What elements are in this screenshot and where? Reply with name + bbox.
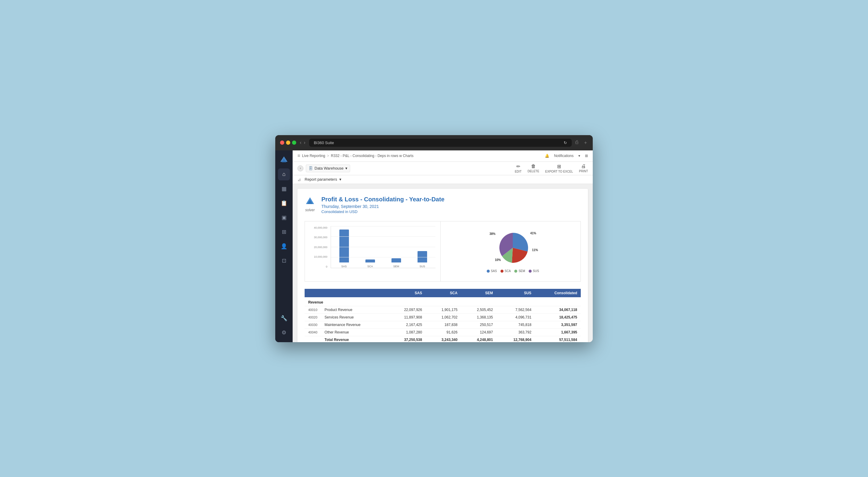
row-label: Other Revenue xyxy=(321,328,387,336)
edit-icon: ✏ xyxy=(516,163,520,169)
browser-chrome: ‹ › BI360 Suite ↻ ⎙ ＋ xyxy=(275,135,593,150)
total-sas: 37,250,538 xyxy=(387,336,426,342)
total-code xyxy=(305,336,321,342)
sidebar-item-users[interactable]: 👤 xyxy=(278,240,290,252)
bar-sca xyxy=(365,260,375,263)
pie-label-sem: 10% xyxy=(495,258,501,262)
sidebar-item-home[interactable]: ⌂ xyxy=(278,169,290,180)
nav-arrows[interactable]: ‹ › xyxy=(300,140,306,145)
parameters-expand-btn[interactable]: › xyxy=(298,166,303,171)
data-source-label: Data Warehouse xyxy=(314,166,344,171)
report-card: solver Profit & Loss - Consolidating - Y… xyxy=(298,189,588,342)
col-header-consolidated: Consolidated xyxy=(535,289,581,297)
report-params-button[interactable]: Report parameters ▾ xyxy=(305,177,341,182)
bar-label-sas: SAS xyxy=(341,265,347,268)
sidebar-item-data[interactable]: ▣ xyxy=(278,212,290,223)
export-label: EXPORT TO EXCEL xyxy=(545,170,573,173)
col-header-sem: SEM xyxy=(461,289,496,297)
external-icon[interactable]: ⊞ xyxy=(585,154,588,158)
print-button[interactable]: 🖨 PRINT xyxy=(579,163,588,173)
share-icon[interactable]: ⎙ xyxy=(576,140,578,146)
reload-icon[interactable]: ↻ xyxy=(564,141,567,145)
breadcrumb: ≡ Live Reporting > R332 - P&L - Consolid… xyxy=(298,153,413,158)
row-label: Services Revenue xyxy=(321,314,387,321)
legend-sas: SAS xyxy=(487,269,497,273)
delete-button[interactable]: 🗑 DELETE xyxy=(527,163,539,173)
users-icon: 👤 xyxy=(281,243,287,249)
print-icon: 🖨 xyxy=(581,163,586,169)
print-label: PRINT xyxy=(579,170,588,173)
browser-actions: ⎙ ＋ xyxy=(576,140,588,146)
new-tab-icon[interactable]: ＋ xyxy=(583,140,588,146)
settings-icon: ⚙ xyxy=(282,329,286,336)
sidebar-item-tools[interactable]: 🔧 xyxy=(278,312,290,324)
legend-dot-sem xyxy=(514,270,517,273)
notifications-label[interactable]: Notifications xyxy=(554,154,574,158)
sidebar-item-calc[interactable]: ⊞ xyxy=(278,226,290,238)
table-row: 40040 Other Revenue 1,087,280 91,626 124… xyxy=(305,328,581,336)
solver-logo-text: solver xyxy=(305,208,315,212)
data-source-dropdown-icon: ▾ xyxy=(345,166,347,171)
row-sus: 363,792 xyxy=(497,328,535,336)
data-source-selector[interactable]: 🗄 Data Warehouse ▾ xyxy=(306,165,350,172)
workflow-icon: ⊡ xyxy=(282,257,286,264)
row-sca: 187,838 xyxy=(426,321,461,328)
pie-chart: 41% 11% 10% 38% SAS xyxy=(445,221,581,281)
filter-icon: ⊿ xyxy=(298,177,301,182)
col-header-sca: SCA xyxy=(426,289,461,297)
row-sas: 2,167,425 xyxy=(387,321,426,328)
row-sas: 22,097,926 xyxy=(387,306,426,314)
home-icon: ⌂ xyxy=(282,171,286,177)
sidebar-logo[interactable] xyxy=(278,154,290,166)
col-header-sas: SAS xyxy=(387,289,426,297)
sidebar-item-reports[interactable]: 📋 xyxy=(278,197,290,209)
edit-button[interactable]: ✏ EDIT xyxy=(515,163,522,173)
row-consolidated: 3,351,597 xyxy=(535,321,581,328)
traffic-light-red[interactable] xyxy=(280,141,284,145)
y-label-20m: 20,000,000 xyxy=(314,246,328,249)
bar-label-sem: SEM xyxy=(393,265,399,268)
forward-arrow[interactable]: › xyxy=(304,140,305,145)
row-consolidated: 34,067,118 xyxy=(535,306,581,314)
traffic-light-yellow[interactable] xyxy=(286,141,290,145)
report-area: solver Profit & Loss - Consolidating - Y… xyxy=(292,184,593,342)
address-bar[interactable]: BI360 Suite ↻ xyxy=(309,139,572,147)
traffic-lights xyxy=(280,141,296,145)
legend-label-sus: SUS xyxy=(533,269,539,273)
bar-label-sus: SUS xyxy=(420,265,425,268)
row-sus: 745,818 xyxy=(497,321,535,328)
dashboard-icon: ▦ xyxy=(282,185,287,192)
total-sem: 4,248,801 xyxy=(461,336,496,342)
bar-sus xyxy=(417,251,427,263)
col-header-label xyxy=(321,289,387,297)
table-header-row: SAS SCA SEM SUS Consolidated xyxy=(305,289,581,297)
y-label-0: 0 xyxy=(326,265,328,268)
export-button[interactable]: ⊞ EXPORT TO EXCEL xyxy=(545,163,573,173)
row-sem: 2,505,452 xyxy=(461,306,496,314)
sidebar-item-dashboard[interactable]: ▦ xyxy=(278,183,290,195)
bar-chart: 40,000,000 30,000,000 20,000,000 10,000,… xyxy=(305,221,441,281)
breadcrumb-part1: Live Reporting xyxy=(302,154,325,158)
main-content: ≡ Live Reporting > R332 - P&L - Consolid… xyxy=(292,150,593,342)
top-bar: ≡ Live Reporting > R332 - P&L - Consolid… xyxy=(292,150,593,162)
row-code: 40040 xyxy=(305,328,321,336)
top-bar-actions: 🔔 Notifications ▾ ⊞ xyxy=(545,154,588,158)
traffic-light-green[interactable] xyxy=(292,141,296,145)
sidebar-item-workflow[interactable]: ⊡ xyxy=(278,255,290,267)
solver-logo: solver xyxy=(305,196,315,212)
notifications-dropdown-icon[interactable]: ▾ xyxy=(578,154,580,158)
row-label: Product Revenue xyxy=(321,306,387,314)
row-sas: 1,087,280 xyxy=(387,328,426,336)
legend-dot-sus xyxy=(529,270,532,273)
pie-label-sus: 38% xyxy=(489,232,495,236)
browser-title: BI360 Suite xyxy=(314,141,334,145)
sidebar-item-settings[interactable]: ⚙ xyxy=(278,327,290,338)
toolbar-actions: ✏ EDIT 🗑 DELETE ⊞ EXPORT TO EXCEL 🖨 PRIN… xyxy=(515,163,588,173)
database-icon: 🗄 xyxy=(309,166,313,171)
row-sus: 7,562,564 xyxy=(497,306,535,314)
bar-group-sca: SCA xyxy=(365,260,375,268)
back-arrow[interactable]: ‹ xyxy=(300,140,301,145)
hamburger-icon[interactable]: ≡ xyxy=(298,153,300,158)
row-sca: 1,062,702 xyxy=(426,314,461,321)
row-sem: 1,368,135 xyxy=(461,314,496,321)
